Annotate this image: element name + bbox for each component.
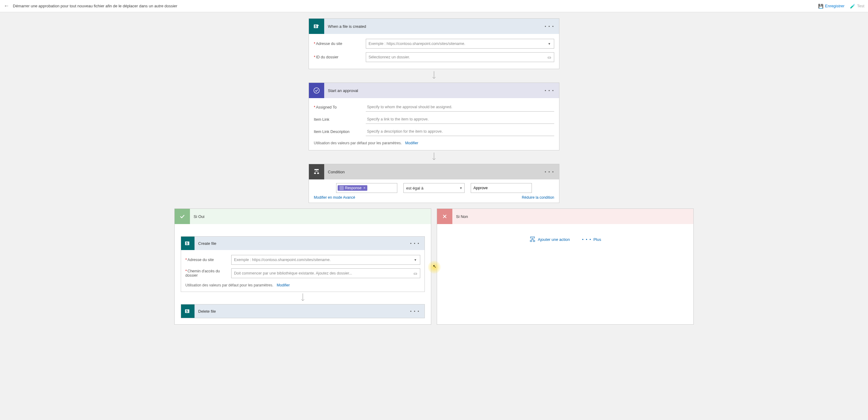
item-link-desc-input[interactable] [366,127,554,135]
cf-site-label: Adresse du site [185,258,231,262]
chevron-down-icon[interactable]: ▾ [545,39,554,48]
step-condition: Condition • • • Response × est égal à ▾ [309,164,559,203]
save-button[interactable]: 💾 Enregistrer [818,4,845,8]
cursor-icon: ↖ [433,264,436,269]
close-icon [437,209,452,224]
assigned-to-label: Assigned To [314,105,366,109]
condition-operator-select[interactable]: est égal à ▾ [403,183,465,193]
step-start-approval: Start an approval • • • Assigned To Item… [309,83,559,151]
step1-menu[interactable]: • • • [544,23,555,30]
token-icon [340,186,344,190]
folder-id-input[interactable] [366,53,545,62]
test-label: Test [857,4,864,8]
item-link-desc-field[interactable] [366,127,554,136]
condition-menu[interactable]: • • • [544,168,555,175]
folder-picker-icon[interactable]: ▭ [411,269,420,278]
step2-header[interactable]: Start an approval • • • [309,83,559,98]
flow-arrow [432,69,436,83]
create-file-menu[interactable]: • • • [409,240,420,247]
assigned-to-input[interactable] [366,103,554,111]
check-icon [175,209,190,224]
step1-title: When a file is created [328,24,366,29]
sharepoint-icon: S [181,304,194,318]
add-action-button[interactable]: Ajouter une action [529,236,570,243]
svg-text:S: S [186,310,188,313]
more-label: Plus [593,237,601,242]
step2-menu[interactable]: • • • [544,87,555,94]
step-create-file: S Create file • • • Adresse du site ▾ [181,236,425,292]
delete-file-menu[interactable]: • • • [409,308,420,315]
cf-site-input[interactable] [231,255,411,264]
save-icon: 💾 [818,4,823,8]
chevron-down-icon: ▾ [460,186,462,190]
cf-site-field[interactable]: ▾ [231,255,420,265]
sharepoint-icon: S [181,236,194,250]
svg-rect-23 [530,240,532,241]
branch-no-header: Si Non [437,209,693,224]
cf-path-input[interactable] [231,269,411,278]
flow-arrow [432,151,436,164]
condition-left-field[interactable]: Response × [336,183,397,193]
svg-rect-20 [530,237,534,238]
cf-path-field[interactable]: ▭ [231,268,420,278]
svg-point-2 [318,25,319,26]
operator-value: est égal à [406,186,423,190]
branch-no: Si Non Ajouter une action • • • Plus ↖ [437,208,694,325]
save-label: Enregistrer [825,4,845,8]
item-link-label: Item Link [314,118,366,122]
create-file-title: Create file [198,241,216,246]
step-delete-file: S Delete file • • • [181,304,425,318]
collapse-condition-link[interactable]: Réduire la condition [522,195,554,200]
site-address-input[interactable] [366,39,545,48]
condition-icon [309,164,324,180]
sharepoint-icon: S [309,19,324,34]
branch-yes-title: Si Oui [194,214,204,219]
add-action-icon [529,236,535,243]
token-label: Response [345,186,362,190]
svg-rect-24 [533,240,535,241]
item-link-desc-label: Item Link Description [314,130,366,134]
svg-point-4 [314,88,319,93]
add-action-label: Ajouter une action [538,237,570,242]
site-address-field[interactable]: ▾ [366,39,554,49]
folder-id-label: ID du dossier [314,55,366,59]
cf-defaults-text: Utilisation des valeurs par défaut pour … [185,283,273,287]
folder-id-field[interactable]: ▭ [366,52,554,62]
folder-picker-icon[interactable]: ▭ [545,53,554,62]
branch-yes: Si Oui S Create file • • • Adresse du si… [174,208,431,325]
item-link-field[interactable] [366,115,554,124]
step2-title: Start an approval [328,88,358,93]
assigned-to-field[interactable] [366,103,554,111]
svg-rect-6 [314,169,319,170]
test-button[interactable]: 🧪 Test [850,4,864,8]
back-button[interactable]: ← [4,3,9,9]
more-button[interactable]: • • • Plus [582,237,601,242]
cf-path-label: Chemin d'accès du dossier [185,269,231,278]
token-remove-icon[interactable]: × [363,186,366,190]
svg-text:S: S [186,242,188,245]
create-file-header[interactable]: S Create file • • • [181,236,425,250]
delete-file-title: Delete file [198,309,216,314]
item-link-input[interactable] [366,115,554,123]
branch-no-title: Si Non [456,214,468,219]
test-icon: 🧪 [850,4,855,8]
condition-value-input[interactable] [471,183,532,193]
response-token[interactable]: Response × [338,185,367,191]
more-dots-icon: • • • [582,237,591,242]
advanced-mode-link[interactable]: Modifier en mode Avancé [314,195,355,200]
flow-arrow [300,292,305,304]
page-title: Démarrer une approbation pour tout nouve… [13,4,177,8]
condition-header[interactable]: Condition • • • [309,164,559,180]
branch-yes-header: Si Oui [175,209,431,224]
edit-defaults-link[interactable]: Modifier [405,141,418,145]
site-address-label: Adresse du site [314,41,366,46]
svg-rect-12 [317,173,319,174]
delete-file-header[interactable]: S Delete file • • • [181,304,425,318]
cf-edit-defaults-link[interactable]: Modifier [277,283,290,287]
condition-title: Condition [328,170,345,174]
svg-rect-11 [314,173,316,174]
svg-text:S: S [315,25,317,28]
chevron-down-icon[interactable]: ▾ [411,255,420,264]
defaults-text: Utilisation des valeurs par défaut pour … [314,141,402,145]
step1-header[interactable]: S When a file is created • • • [309,19,559,34]
